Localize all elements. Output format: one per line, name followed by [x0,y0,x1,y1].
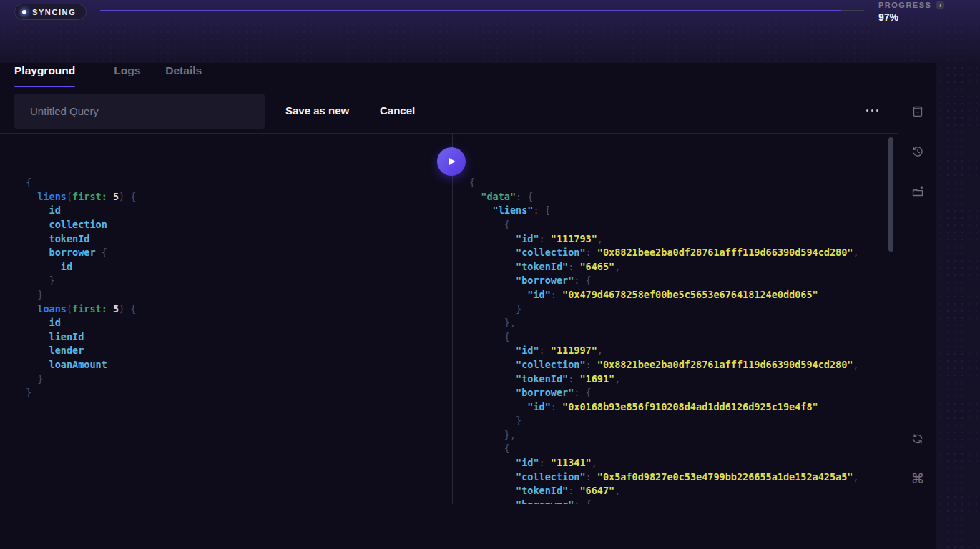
code-line: } [26,372,452,387]
progress-value: 97% [878,11,957,23]
code-line: "id": "0x0168b93e856f910208d4ad1dd6126d9… [469,400,888,415]
code-line: "liens": [ [469,204,888,218]
refresh-icon[interactable] [911,432,925,446]
code-line: } [469,414,888,428]
sync-dot-icon [22,10,26,14]
info-icon[interactable]: i [936,1,944,9]
code-line: id [26,316,452,330]
code-line: { [469,176,888,190]
query-editor[interactable]: { liens(first: 5) { id collection tokenI… [0,134,452,504]
results-code: { "data": { "liens": [ { "id": "111793",… [469,176,888,504]
code-line: "tokenId": "6647", [469,484,888,498]
code-line: } [26,386,452,400]
query-editor-code: { liens(first: 5) { id collection tokenI… [26,176,452,400]
results-scrollbar-thumb[interactable] [888,137,893,252]
code-line: "id": "111997", [469,344,888,358]
code-line: "data": { [469,190,888,204]
code-line: lienId [26,330,452,345]
code-line: { [469,442,888,456]
code-line: id [26,260,452,274]
progress-info: PROGRESS i 97% [878,1,957,23]
code-line: } [26,274,452,288]
save-as-new-button[interactable]: Save as new [285,86,349,134]
code-line: borrower { [26,246,452,260]
code-line: loans(first: 5) { [26,302,452,317]
code-line: "collection": "0x8821bee2ba0df28761afff1… [469,358,888,372]
code-line: "id": "111793", [469,232,888,247]
code-line: "borrower": { [469,386,888,400]
code-line: "collection": "0x5af0d9827e0c53e4799bb22… [469,470,888,485]
new-collection-icon[interactable] [911,184,925,199]
history-icon[interactable] [911,144,925,159]
code-line: "id": "11341", [469,456,888,470]
docs-icon[interactable] [911,104,925,119]
code-line: lender [26,344,452,358]
tab-playground[interactable]: Playground [14,64,75,86]
code-line: }, [469,316,888,330]
code-line: "tokenId": "6465", [469,260,888,274]
keyboard-shortcuts-icon[interactable]: ⌘ [911,472,925,486]
code-line: collection [26,218,452,232]
results-viewer[interactable]: { "data": { "liens": [ { "id": "111793",… [453,134,888,504]
query-name-input[interactable] [14,94,265,129]
progress-label: PROGRESS [878,1,931,9]
code-line: } [469,302,888,317]
query-toolbar: Save as new Cancel [0,86,898,134]
code-line: tokenId [26,232,452,247]
more-options-icon[interactable] [866,105,885,115]
tab-logs[interactable]: Logs [114,64,140,86]
code-line: "borrower": { [469,274,888,288]
cancel-button[interactable]: Cancel [380,86,415,134]
code-line: "id": "0x479d4678258ef00be5c5653e6764181… [469,288,888,302]
code-line: "collection": "0x8821bee2ba0df28761afff1… [469,246,888,260]
code-line: "tokenId": "1691", [469,372,888,387]
code-line: "borrower": { [469,498,888,504]
sync-status-label: SYNCING [32,8,76,16]
icon-sidebar: ⌘ [898,86,936,549]
progress-bar-fill [100,10,841,11]
code-line: } [26,288,452,302]
code-line: liens(first: 5) { [26,190,452,204]
code-line: { [469,218,888,232]
app-root: SYNCING PROGRESS i 97% Playground Logs D… [0,0,980,549]
code-line: { [469,330,888,345]
code-line: id [26,204,452,218]
tab-details[interactable]: Details [165,64,202,86]
code-line: loanAmount [26,358,452,372]
sync-status-badge: SYNCING [14,4,87,20]
code-line: }, [469,428,888,442]
tab-bar: Playground Logs Details [0,64,936,86]
progress-bar [100,10,864,11]
code-line: { [26,176,452,190]
